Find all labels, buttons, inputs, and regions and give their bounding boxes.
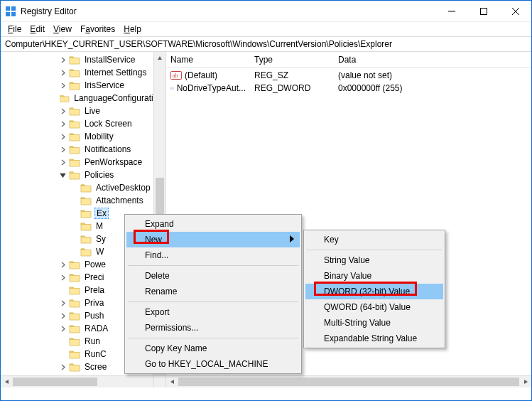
cm-rename[interactable]: Rename [126,284,300,299]
window-title: Registry Editor [21,6,435,16]
list-body[interactable]: ab (Default) REG_SZ (value not set) 011 … [166,68,531,96]
expand-icon[interactable] [58,55,67,65]
scroll-thumb[interactable] [178,378,519,386]
svg-marker-19 [290,235,294,242]
cm-copy-key-name[interactable]: Copy Key Name [126,341,300,356]
scroll-track[interactable] [13,376,153,387]
svg-marker-11 [5,380,9,384]
menu-favorites[interactable]: Favorites [76,23,119,36]
scroll-left-button[interactable] [1,376,13,387]
folder-icon [80,247,92,257]
tree-item[interactable]: Notifications [1,143,165,156]
list-header: Name Type Data [166,52,531,68]
folder-icon [69,349,80,359]
folder-icon [69,119,80,129]
expand-icon[interactable] [58,144,67,154]
scroll-thumb[interactable] [13,378,97,386]
tree-item-label: RADA [83,324,109,333]
expand-icon[interactable] [58,311,67,321]
svg-rect-3 [11,12,16,16]
tree-item-label: Run [83,336,102,346]
tree-item[interactable]: Policies [1,169,165,181]
tree-item[interactable]: Attachments [1,194,165,207]
expand-icon[interactable] [58,157,67,167]
cm-new[interactable]: New [126,232,300,247]
collapse-icon[interactable] [58,170,67,180]
expand-icon[interactable] [58,362,67,372]
tree-item[interactable]: ActiveDesktop [1,181,165,194]
cm-expand[interactable]: Expand [126,216,300,232]
tree-item[interactable]: PenWorkspace [1,156,165,169]
folder-icon [69,144,80,154]
svg-marker-17 [170,380,174,384]
tree-item[interactable]: Live [1,105,165,117]
folder-icon [80,196,92,205]
sm-dword[interactable]: DWORD (32-bit) Value [305,284,443,299]
tree-item[interactable]: LanguageConfiguration [1,92,165,105]
cm-find[interactable]: Find... [126,247,300,263]
expander-placeholder [50,93,58,103]
maximize-button[interactable] [467,1,499,22]
tree-item[interactable]: Lock Screen [1,117,165,130]
tree-item-label: Lock Screen [83,119,134,129]
expander-placeholder [58,349,67,359]
expand-icon[interactable] [58,324,67,333]
tree-item-label: Attachments [94,196,145,205]
expand-icon[interactable] [58,119,67,129]
minimize-button[interactable] [435,1,467,22]
cm-go-to[interactable]: Go to HKEY_LOCAL_MACHINE [126,356,300,372]
menu-view[interactable]: View [49,23,76,36]
expand-icon[interactable] [58,298,67,308]
folder-icon [60,93,70,103]
scroll-left-button[interactable] [166,376,178,387]
cm-permissions[interactable]: Permissions... [126,320,300,336]
scroll-up-button[interactable] [154,52,165,64]
cm-export[interactable]: Export [126,304,300,320]
expand-icon[interactable] [58,272,67,282]
menu-edit[interactable]: Edit [26,23,49,36]
expand-icon[interactable] [58,132,67,141]
scroll-right-button[interactable] [519,376,531,387]
close-button[interactable] [499,1,531,22]
folder-icon [80,234,92,244]
sm-qword[interactable]: QWORD (64-bit) Value [305,299,443,315]
tree-item-label: Policies [83,170,115,180]
folder-icon [80,208,92,218]
menu-help[interactable]: Help [119,23,146,36]
expand-icon[interactable] [58,68,67,77]
cm-delete[interactable]: Delete [126,268,300,284]
expander-placeholder [69,183,79,193]
folder-icon [69,311,80,321]
expand-icon[interactable] [58,80,67,90]
tree-item[interactable]: InstallService [1,53,165,66]
expand-icon[interactable] [58,260,67,269]
list-row[interactable]: ab (Default) REG_SZ (value not set) [166,69,531,82]
tree-item-label: Mobility [83,132,115,141]
sm-string[interactable]: String Value [305,252,443,268]
svg-text:011: 011 [171,87,173,89]
address-bar[interactable]: Computer\HKEY_CURRENT_USER\SOFTWARE\Micr… [1,36,531,52]
sm-expand[interactable]: Expandable String Value [305,331,443,346]
titlebar: Registry Editor [1,1,531,22]
tree-item[interactable]: IrisService [1,79,165,92]
scroll-track[interactable] [178,376,519,387]
menu-file[interactable]: File [4,23,26,36]
svg-rect-0 [6,6,10,11]
sm-key[interactable]: Key [305,232,443,247]
tree-item[interactable]: Mobility [1,130,165,143]
folder-icon [80,221,92,231]
col-data[interactable]: Data [334,52,511,67]
tree-horizontal-scrollbar[interactable] [1,375,165,387]
expand-icon[interactable] [58,106,67,116]
svg-text:ab: ab [173,73,178,79]
new-submenu: Key String Value Binary Value DWORD (32-… [303,230,445,348]
col-type[interactable]: Type [250,52,334,67]
tree-item-label: InstallService [83,55,136,65]
sm-binary[interactable]: Binary Value [305,268,443,284]
list-row[interactable]: 011 NoDriveTypeAut... REG_DWORD 0x000000… [166,82,531,95]
col-name[interactable]: Name [166,52,250,67]
tree-item[interactable]: Internet Settings [1,66,165,79]
list-horizontal-scrollbar[interactable] [166,375,531,387]
sm-multi[interactable]: Multi-String Value [305,315,443,331]
tree-item-label: W [94,247,105,257]
